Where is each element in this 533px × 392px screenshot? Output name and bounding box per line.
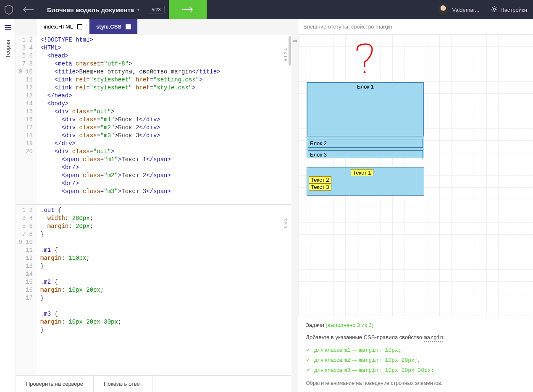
settings-label: Настройки	[500, 7, 527, 13]
gear-icon	[491, 6, 498, 14]
task-item: для класса m3 — margin: 10px 20px 30px;.	[306, 365, 525, 375]
avatar	[438, 4, 449, 15]
layout-icon	[77, 24, 82, 29]
css-editor[interactable]: 1 2 3 4 5 6 7 8 9 10 11 12 13 14 15 16 1…	[16, 205, 291, 375]
tab-index-html[interactable]: index.HTML	[37, 19, 89, 34]
preview-block-1: Блок 1	[307, 82, 424, 136]
preview-out-1: Блок 1 Блок 2 Блок 3	[307, 82, 424, 158]
line-gutter: 1 2 3 4 5 6 7 8 9 10 11 12 13 14 15 16 1…	[16, 205, 37, 375]
code-content-html[interactable]: <!DOCTYPE html> <HTML> <head> <meta char…	[37, 34, 291, 204]
user-menu[interactable]: Valdemar...	[432, 4, 485, 15]
svg-point-0	[494, 8, 496, 10]
svg-point-1	[364, 71, 366, 73]
html-editor[interactable]: 1 2 3 4 5 6 7 8 9 10 11 12 13 14 15 16 1…	[16, 34, 291, 205]
theory-tab-label[interactable]: Теория	[5, 40, 11, 58]
task-description: Добавьте в указанные CSS-правила свойств…	[306, 334, 525, 341]
menu-toggle[interactable]	[5, 25, 11, 31]
preview-pane: Внешние отступы, свойство margin Блок 1 …	[298, 19, 533, 392]
preview-text-3: Текст 3	[309, 183, 331, 191]
line-gutter: 1 2 3 4 5 6 7 8 9 10 11 12 13 14 15 16 1…	[16, 34, 37, 204]
question-mark-annotation	[353, 42, 378, 80]
preview-out-2: Текст 1 Текст 2 Текст 3	[307, 167, 424, 196]
editor-pane: index.HTML style.CSS 1 2 3 4 5 6 7 8 9 1…	[16, 19, 291, 392]
preview-body: Блок 1 Блок 2 Блок 3 Текст 1 Текст 2 Тек…	[298, 34, 533, 316]
preview-block-2: Блок 2	[308, 139, 423, 148]
chevron-down-icon: ▾	[137, 8, 139, 12]
check-server-button[interactable]: Проверить на сервере	[16, 376, 94, 392]
scrollbar[interactable]	[288, 34, 291, 204]
resize-handle[interactable]: ⇔	[291, 19, 298, 392]
tasks-panel: Задачи (выполнено 3 из 3) Добавьте в ука…	[298, 316, 533, 392]
preview-block-3: Блок 3	[308, 150, 423, 159]
username: Valdemar...	[452, 7, 479, 13]
step-counter: 5/23	[148, 6, 164, 13]
show-answer-button[interactable]: Показать ответ	[94, 376, 152, 392]
theory-sidebar: Теория	[0, 19, 16, 392]
preview-text-1: Текст 1	[351, 169, 373, 176]
layout-icon	[126, 24, 131, 29]
nav-back[interactable]	[18, 0, 39, 19]
nav-next[interactable]	[169, 0, 207, 19]
tab-style-css[interactable]: style.CSS	[89, 19, 138, 34]
task-note: Обратите внимание на поведение строчных …	[306, 380, 525, 386]
editor-footer: Проверить на сервере Показать ответ	[16, 375, 291, 392]
lesson-title-dropdown[interactable]: Блочная модель документа ▾	[39, 6, 148, 13]
code-content-css[interactable]: .out { width: 280px; margin: 20px; } .m1…	[37, 205, 291, 375]
lesson-title-text: Блочная модель документа	[47, 6, 134, 13]
task-item: для класса m2 — margin: 10px 20px;,	[306, 355, 525, 365]
topbar: Блочная модель документа ▾ 5/23 Valdemar…	[0, 0, 533, 19]
settings-button[interactable]: Настройки	[485, 6, 533, 14]
tasks-progress: (выполнено 3 из 3)	[326, 322, 373, 328]
task-item: для класса m1 — margin: 10px;,	[306, 345, 525, 355]
css-pane-label: CSS	[282, 217, 290, 228]
file-tabs: index.HTML style.CSS	[16, 19, 291, 34]
preview-title: Внешние отступы, свойство margin	[298, 19, 533, 34]
tasks-heading: Задачи	[306, 322, 324, 328]
logo[interactable]	[0, 0, 18, 19]
preview-text-2: Текст 2	[309, 176, 331, 183]
